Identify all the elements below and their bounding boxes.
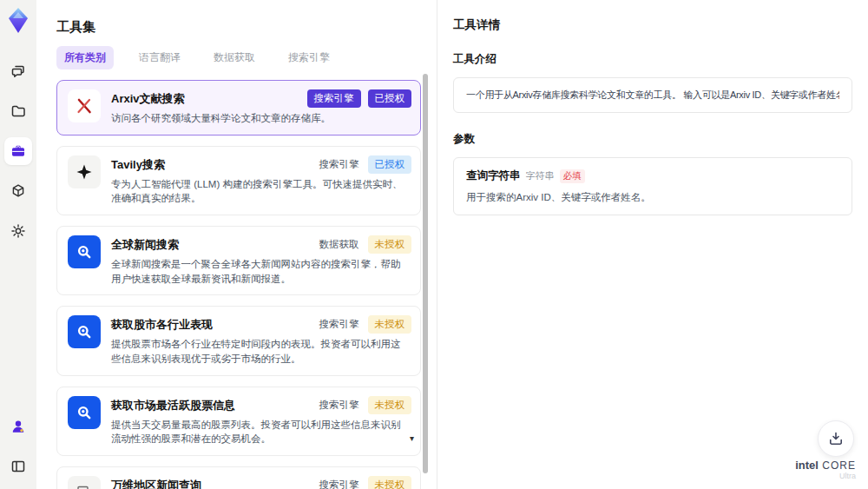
scroll-down-hint: ▾ bbox=[410, 433, 414, 443]
category-tab-3[interactable]: 搜索引擎 bbox=[280, 46, 338, 69]
tool-badges: 数据获取未授权 bbox=[318, 235, 412, 254]
tool-card[interactable]: Arxiv文献搜索访问各个研究领域大量科学论文和文章的存储库。搜索引擎已授权 bbox=[56, 80, 421, 135]
category-badge: 搜索引擎 bbox=[318, 396, 361, 414]
category-tab-1[interactable]: 语言翻译 bbox=[131, 46, 188, 69]
gear-icon bbox=[10, 222, 27, 240]
category-badge: 数据获取 bbox=[318, 235, 361, 254]
tool-card[interactable]: 获取股市各行业表现提供股票市场各个行业在特定时间段内的表现。投资者可以利用这些信… bbox=[56, 306, 421, 375]
param-desc: 用于搜索的Arxiv ID、关键字或作者姓名。 bbox=[466, 191, 839, 204]
bluesearch-icon bbox=[68, 235, 101, 268]
arxiv-icon bbox=[68, 89, 101, 122]
category-tabs: 所有类别语言翻译数据获取搜索引擎 bbox=[56, 46, 437, 69]
intro-text: 一个用于从Arxiv存储库搜索科学论文和文章的工具。 输入可以是Arxiv ID… bbox=[466, 89, 839, 102]
auth-status-badge: 未授权 bbox=[368, 476, 412, 489]
tool-badges: 搜索引擎未授权 bbox=[318, 476, 412, 489]
tool-card[interactable]: 获取市场最活跃股票信息提供当天交易量最高的股票列表。投资者可以利用这些信息来识别… bbox=[56, 387, 421, 456]
intro-heading: 工具介绍 bbox=[453, 52, 852, 67]
param-type: 字符串 bbox=[526, 169, 555, 182]
ultra-wordmark: Ultra bbox=[795, 472, 856, 481]
params-heading: 参数 bbox=[453, 132, 852, 147]
auth-status-badge: 已授权 bbox=[368, 89, 412, 108]
tool-list-panel: 工具集 所有类别语言翻译数据获取搜索引擎 Arxiv文献搜索访问各个研究领域大量… bbox=[36, 0, 437, 489]
category-badge: 搜索引擎 bbox=[318, 155, 361, 174]
param-header: 查询字符串 字符串 必填 bbox=[466, 169, 839, 183]
auth-status-badge: 未授权 bbox=[368, 396, 412, 414]
panel-toggle-icon bbox=[10, 458, 27, 475]
tool-badges: 搜索引擎已授权 bbox=[318, 155, 412, 174]
auth-status-badge: 已授权 bbox=[368, 155, 412, 174]
cube-icon bbox=[10, 182, 27, 200]
param-name: 查询字符串 bbox=[466, 169, 521, 183]
chat-icon bbox=[10, 63, 27, 80]
category-badge: 搜索引擎 bbox=[307, 89, 361, 108]
tool-detail-panel: 工具详情 工具介绍 一个用于从Arxiv存储库搜索科学论文和文章的工具。 输入可… bbox=[437, 0, 868, 489]
tool-card[interactable]: 万维地区新闻查询查询具体行政区划内的新闻，快速了解各地新闻动搜索引擎未授权 bbox=[56, 466, 421, 489]
category-tab-0[interactable]: 所有类别 bbox=[56, 46, 114, 69]
category-tab-2[interactable]: 数据获取 bbox=[206, 46, 263, 69]
category-badge: 搜索引擎 bbox=[318, 315, 361, 334]
tool-list: Arxiv文献搜索访问各个研究领域大量科学论文和文章的存储库。搜索引擎已授权Ta… bbox=[56, 80, 421, 489]
download-icon bbox=[827, 430, 845, 447]
tool-description: 访问各个研究领域大量科学论文和文章的存储库。 bbox=[111, 111, 410, 126]
app-window: 工具集 所有类别语言翻译数据获取搜索引擎 Arxiv文献搜索访问各个研究领域大量… bbox=[0, 0, 868, 489]
sidebar bbox=[0, 0, 36, 489]
list-scrollbar[interactable] bbox=[423, 74, 428, 473]
bluesearch-icon bbox=[68, 315, 101, 348]
tool-card[interactable]: 全球新闻搜索全球新闻搜索是一个聚合全球各大新闻网站内容的搜索引擎，帮助用户快速获… bbox=[56, 226, 421, 295]
sidebar-item-chat[interactable] bbox=[4, 57, 32, 85]
briefcase-icon bbox=[10, 142, 27, 160]
app-logo-icon bbox=[5, 7, 31, 35]
intel-core-logo: intel CORE Ultra bbox=[795, 457, 856, 481]
auth-status-badge: 未授权 bbox=[368, 315, 412, 334]
intel-wordmark: intel bbox=[795, 459, 819, 472]
tool-description: 专为人工智能代理 (LLM) 构建的搜索引擎工具。可快速提供实时、准确和真实的结… bbox=[111, 177, 410, 206]
sidebar-item-account[interactable] bbox=[4, 413, 32, 440]
category-badge: 搜索引擎 bbox=[318, 476, 361, 489]
tool-badges: 搜索引擎未授权 bbox=[318, 315, 412, 334]
param-box: 查询字符串 字符串 必填 用于搜索的Arxiv ID、关键字或作者姓名。 bbox=[453, 157, 852, 215]
sidebar-item-settings[interactable] bbox=[4, 217, 32, 245]
tool-description: 提供股票市场各个行业在特定时间段内的表现。投资者可以利用这些信息来识别表现优于或… bbox=[111, 337, 410, 366]
user-icon bbox=[10, 418, 27, 435]
intro-box: 一个用于从Arxiv存储库搜索科学论文和文章的工具。 输入可以是Arxiv ID… bbox=[453, 77, 852, 113]
tool-badges: 搜索引擎未授权 bbox=[318, 396, 412, 414]
detail-title: 工具详情 bbox=[453, 17, 852, 33]
sidebar-item-models[interactable] bbox=[4, 177, 32, 205]
tool-description: 提供当天交易量最高的股票列表。投资者可以利用这些信息来识别流动性强的股票和潜在的… bbox=[111, 418, 410, 446]
newspaper-icon bbox=[68, 476, 101, 489]
page-title: 工具集 bbox=[56, 19, 437, 36]
auth-status-badge: 未授权 bbox=[368, 235, 412, 254]
tool-badges: 搜索引擎已授权 bbox=[307, 89, 412, 108]
param-required-badge: 必填 bbox=[560, 169, 585, 183]
tavily-icon bbox=[68, 155, 101, 188]
folder-icon bbox=[10, 102, 27, 120]
sidebar-item-files[interactable] bbox=[4, 97, 32, 125]
tool-description: 全球新闻搜索是一个聚合全球各大新闻网站内容的搜索引擎，帮助用户快速获取全球最新资… bbox=[111, 257, 410, 286]
bluesearch-icon bbox=[68, 396, 101, 429]
sidebar-item-collapse[interactable] bbox=[4, 453, 32, 480]
core-wordmark: CORE bbox=[822, 459, 856, 472]
tool-card[interactable]: Tavily搜索专为人工智能代理 (LLM) 构建的搜索引擎工具。可快速提供实时… bbox=[56, 146, 421, 215]
download-button[interactable] bbox=[818, 420, 854, 457]
sidebar-item-tools[interactable] bbox=[4, 137, 32, 165]
